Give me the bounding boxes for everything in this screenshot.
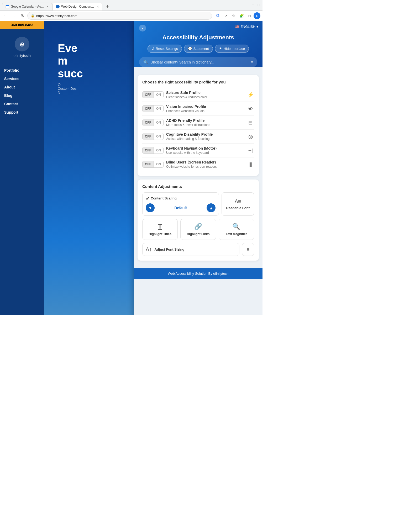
language-label: ENGLISH <box>240 25 255 29</box>
accessibility-panel: × 🇺🇸 ENGLISH ▾ Accessibility Adjustments… <box>134 21 262 315</box>
url-text: https://www.efinitytech.com <box>36 14 77 18</box>
keyboard-toggle[interactable]: OFF ON <box>142 147 164 154</box>
tab-google-calendar[interactable]: Google Calendar - August 2023 × <box>2 3 52 10</box>
cognitive-profile-name: Cognitive Disability Profile <box>166 132 244 136</box>
share-button[interactable]: ↗ <box>222 12 229 19</box>
profile-avatar[interactable]: E <box>254 12 260 19</box>
search-chevron-icon: ▾ <box>251 60 253 65</box>
sidebar-item-blog[interactable]: Blog <box>4 91 40 100</box>
sidebar-item-contact[interactable]: Contact <box>4 100 40 108</box>
back-button[interactable]: ← <box>2 12 9 19</box>
panel-close-button[interactable]: × <box>139 25 146 31</box>
highlight-links-label: Highlight Links <box>187 232 210 236</box>
efinitytech-favicon <box>56 5 60 8</box>
cognitive-off-btn[interactable]: OFF <box>143 133 154 140</box>
search-icon: 🔍 <box>143 60 148 65</box>
blind-profile-icon: ||| <box>247 162 254 167</box>
profile-vision-row: OFF ON Vision Impaired Profile Enhances … <box>142 102 254 116</box>
bookmark-button[interactable]: ☆ <box>230 12 237 19</box>
readable-font-box[interactable]: A≡ Readable Font <box>222 192 254 216</box>
lock-icon: 🔒 <box>31 14 35 18</box>
text-magnifier-label: Text Magnifier <box>226 232 247 236</box>
menu-icon: ≡ <box>246 246 250 252</box>
reset-icon: ↺ <box>151 47 154 51</box>
seizure-on-btn[interactable]: ON <box>154 92 163 98</box>
font-sizing-box[interactable]: A↑ Adjust Font Sizing <box>142 243 239 256</box>
keyboard-on-btn[interactable]: ON <box>154 147 163 154</box>
highlight-links-box[interactable]: 🔗 Highlight Links <box>180 219 216 240</box>
vision-on-btn[interactable]: ON <box>154 105 163 112</box>
google-icon: G <box>214 13 222 18</box>
seizure-off-btn[interactable]: OFF <box>143 92 154 98</box>
cognitive-on-btn[interactable]: ON <box>154 133 163 140</box>
sidebar-item-support[interactable]: Support <box>4 108 40 117</box>
language-chevron-icon: ▾ <box>256 25 258 29</box>
add-tab-button[interactable]: + <box>103 2 112 10</box>
seizure-toggle[interactable]: OFF ON <box>142 91 164 98</box>
tab-1-close[interactable]: × <box>46 4 49 9</box>
cognitive-profile-desc: Assists with reading & focusing <box>166 137 244 141</box>
highlight-titles-label: Highlight Titles <box>149 232 171 236</box>
readable-font-icon: A≡ <box>235 198 241 204</box>
scaling-value: Default <box>157 206 204 210</box>
reset-settings-button[interactable]: ↺ Reset Settings <box>148 45 182 53</box>
refresh-button[interactable]: ↻ <box>19 12 26 19</box>
sidebar-toggle-button[interactable]: ⊡ <box>246 12 253 19</box>
blind-on-btn[interactable]: ON <box>154 161 163 167</box>
text-magnifier-box[interactable]: 🔍 Text Magnifier <box>219 219 254 240</box>
adhd-info: ADHD Friendly Profile More focus & fewer… <box>166 118 244 127</box>
profile-adhd-row: OFF ON ADHD Friendly Profile More focus … <box>142 116 254 130</box>
hero-text-area: Eve m succ O Custom Desi N <box>58 42 83 95</box>
adhd-profile-icon: ⊟ <box>247 119 254 126</box>
address-bar[interactable]: 🔒 https://www.efinitytech.com <box>27 12 212 20</box>
text-magnifier-icon: 🔍 <box>232 223 240 230</box>
panel-action-buttons: ↺ Reset Settings 💬 Statement 👁 Hide Inte… <box>139 45 257 53</box>
keyboard-info: Keyboard Navigation (Motor) Use website … <box>166 146 244 155</box>
blind-toggle[interactable]: OFF ON <box>142 161 164 168</box>
statement-icon: 💬 <box>188 47 192 51</box>
forward-button[interactable]: → <box>10 12 18 19</box>
adhd-toggle[interactable]: OFF ON <box>142 119 164 126</box>
tab-2-close[interactable]: × <box>97 4 99 9</box>
seizure-profile-icon: ⚡ <box>247 92 254 98</box>
adhd-off-btn[interactable]: OFF <box>143 119 154 126</box>
vision-off-btn[interactable]: OFF <box>143 105 154 112</box>
cognitive-toggle[interactable]: OFF ON <box>142 133 164 140</box>
window-controls: − □ <box>252 3 259 7</box>
sidebar-item-about[interactable]: About <box>4 83 40 91</box>
highlight-titles-icon: T <box>158 223 162 230</box>
sidebar-item-portfolio[interactable]: Portfolio <box>4 66 40 75</box>
search-bar[interactable]: 🔍 Unclear content? Search in dictionary.… <box>139 57 257 67</box>
profile-blind-row: OFF ON Blind Users (Screen Reader) Optim… <box>142 157 254 171</box>
readable-font-label: Readable Font <box>226 206 250 210</box>
profiles-section-title: Choose the right accessibility profile f… <box>142 80 254 84</box>
language-selector[interactable]: 🇺🇸 ENGLISH ▾ <box>235 25 258 29</box>
panel-title: Accessibility Adjustments <box>139 34 257 41</box>
menu-icon-box[interactable]: ≡ <box>242 243 254 256</box>
logo-circle: e <box>15 37 29 51</box>
content-adjustments-title: Content Adjustments <box>142 184 254 189</box>
profile-keyboard-row: OFF ON Keyboard Navigation (Motor) Use w… <box>142 144 254 157</box>
sidebar-item-services[interactable]: Services <box>4 75 40 83</box>
tools-grid: T Highlight Titles 🔗 Highlight Links 🔍 T… <box>142 219 254 240</box>
blind-off-btn[interactable]: OFF <box>143 161 154 167</box>
statement-button[interactable]: 💬 Statement <box>184 45 213 53</box>
hide-interface-button[interactable]: 👁 Hide Interface <box>215 45 249 53</box>
highlight-titles-box[interactable]: T Highlight Titles <box>142 219 178 240</box>
panel-footer: Web Accessibility Solution By efinitytec… <box>134 268 262 279</box>
extensions-button[interactable]: 🧩 <box>238 12 245 19</box>
profiles-card: Choose the right accessibility profile f… <box>138 75 259 176</box>
font-sizing-label: Adjust Font Sizing <box>154 247 184 251</box>
profile-seizure-row: OFF ON Seizure Safe Profile Clear flashe… <box>142 88 254 102</box>
calendar-favicon <box>6 5 9 8</box>
adhd-on-btn[interactable]: ON <box>154 119 163 126</box>
vision-profile-name: Vision Impaired Profile <box>166 104 244 109</box>
keyboard-off-btn[interactable]: OFF <box>143 147 154 154</box>
logo-area: e efinitytech <box>4 37 40 58</box>
tab-efinitytech[interactable]: Web Design Company | SEO & F... × <box>52 3 102 10</box>
keyboard-profile-icon: →| <box>247 148 254 153</box>
scaling-down-button[interactable]: ▾ <box>146 203 155 212</box>
scaling-up-button[interactable]: ▴ <box>207 203 216 212</box>
seizure-info: Seizure Safe Profile Clear flashes & red… <box>166 91 244 99</box>
vision-toggle[interactable]: OFF ON <box>142 105 164 112</box>
